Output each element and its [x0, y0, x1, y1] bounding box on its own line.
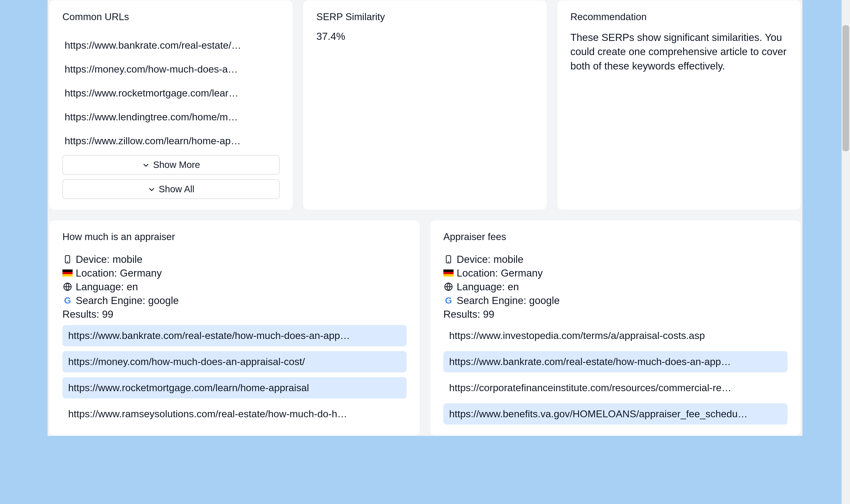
flag-de-icon	[63, 269, 73, 276]
common-url-item[interactable]: https://money.com/how-much-does-a…	[63, 57, 280, 81]
serp-result-item[interactable]: https://money.com/how-much-does-an-appra…	[63, 351, 407, 372]
google-icon: G	[63, 295, 73, 306]
language-line: Language: en	[443, 281, 787, 293]
chevron-down-icon	[142, 161, 150, 169]
serp-meta-list: Device: mobile Location: Germany Languag…	[443, 253, 787, 320]
results-count: Results: 99	[63, 308, 407, 320]
card-title: Recommendation	[570, 11, 787, 22]
serp-similarity-card: SERP Similarity 37.4%	[303, 0, 547, 210]
card-title: Common URLs	[63, 11, 280, 22]
top-cards-row: Common URLs https://www.bankrate.com/rea…	[48, 0, 802, 220]
engine-label: Search Engine: google	[457, 294, 560, 306]
show-all-label: Show All	[159, 184, 194, 195]
serp-keyword-title: Appraiser fees	[443, 231, 787, 242]
serp-keyword-title: How much is an appraiser	[63, 231, 407, 242]
common-url-item[interactable]: https://www.rocketmortgage.com/lear…	[63, 81, 280, 105]
engine-label: Search Engine: google	[76, 294, 179, 306]
common-url-item[interactable]: https://www.bankrate.com/real-estate/…	[63, 33, 280, 57]
serp-result-item[interactable]: https://www.investopedia.com/terms/a/app…	[443, 325, 787, 346]
results-count: Results: 99	[443, 308, 787, 320]
app-container: Common URLs https://www.bankrate.com/rea…	[48, 0, 802, 436]
serp-result-list: https://www.investopedia.com/terms/a/app…	[443, 325, 787, 425]
device-label: Device: mobile	[76, 253, 143, 265]
device-line: Device: mobile	[63, 253, 407, 265]
button-row: Show More Show All	[63, 155, 280, 199]
recommendation-text: These SERPs show significant similaritie…	[570, 30, 787, 73]
serp-compare-row: How much is an appraiser Device: mobile …	[48, 220, 802, 436]
location-line: Location: Germany	[443, 267, 787, 279]
device-label: Device: mobile	[457, 253, 524, 265]
language-label: Language: en	[76, 281, 138, 293]
show-all-button[interactable]: Show All	[63, 179, 280, 199]
show-more-label: Show More	[153, 160, 200, 170]
mobile-icon	[443, 255, 454, 264]
serp-result-item[interactable]: https://www.ramseysolutions.com/real-est…	[63, 403, 407, 425]
engine-line: G Search Engine: google	[443, 294, 787, 306]
serp-result-item[interactable]: https://www.bankrate.com/real-estate/how…	[443, 351, 787, 372]
common-urls-list: https://www.bankrate.com/real-estate/… h…	[63, 33, 280, 153]
serp-result-item[interactable]: https://www.benefits.va.gov/HOMELOANS/ap…	[443, 403, 787, 425]
location-label: Location: Germany	[76, 267, 162, 279]
common-urls-card: Common URLs https://www.bankrate.com/rea…	[49, 0, 293, 210]
mobile-icon	[63, 255, 73, 264]
show-more-button[interactable]: Show More	[63, 155, 280, 175]
engine-line: G Search Engine: google	[63, 294, 407, 306]
serp-result-item[interactable]: https://www.rocketmortgage.com/learn/hom…	[63, 377, 407, 398]
globe-icon	[63, 282, 73, 291]
serp-meta-list: Device: mobile Location: Germany Languag…	[63, 253, 407, 320]
serp-similarity-value: 37.4%	[316, 30, 533, 42]
language-label: Language: en	[457, 281, 519, 293]
card-title: SERP Similarity	[316, 11, 533, 22]
serp-card-left: How much is an appraiser Device: mobile …	[49, 220, 420, 436]
language-line: Language: en	[63, 281, 407, 293]
common-url-item[interactable]: https://www.zillow.com/learn/home-ap…	[63, 129, 280, 153]
chevron-down-icon	[148, 185, 156, 193]
serp-result-item[interactable]: https://www.bankrate.com/real-estate/how…	[63, 325, 407, 346]
serp-card-right: Appraiser fees Device: mobile Location: …	[430, 220, 801, 436]
google-icon: G	[443, 295, 454, 306]
page-scrollbar[interactable]	[842, 0, 850, 436]
scrollbar-thumb[interactable]	[843, 25, 849, 151]
common-url-item[interactable]: https://www.lendingtree.com/home/m…	[63, 105, 280, 129]
recommendation-card: Recommendation These SERPs show signific…	[557, 0, 801, 210]
serp-result-item[interactable]: https://corporatefinanceinstitute.com/re…	[443, 377, 787, 398]
globe-icon	[443, 282, 454, 291]
flag-de-icon	[443, 269, 454, 276]
location-label: Location: Germany	[457, 267, 543, 279]
location-line: Location: Germany	[63, 267, 407, 279]
device-line: Device: mobile	[443, 253, 787, 265]
serp-result-list: https://www.bankrate.com/real-estate/how…	[63, 325, 407, 425]
